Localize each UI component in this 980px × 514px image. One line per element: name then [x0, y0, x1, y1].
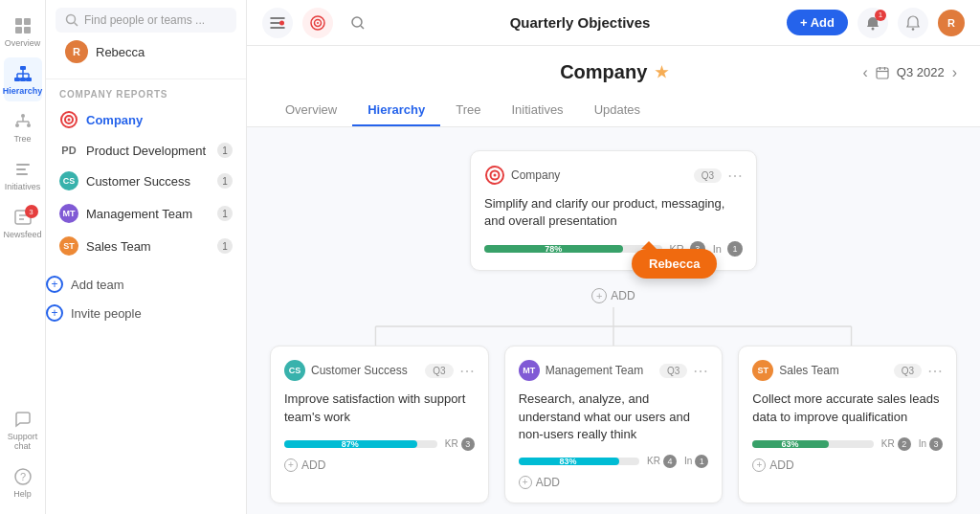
top-card-header: Company Q3 ⋯: [484, 165, 743, 186]
bell-icon-btn[interactable]: [898, 8, 928, 38]
product-badge: 1: [217, 143, 233, 158]
topbar-title: Quarterly Objectives: [385, 14, 775, 31]
svg-rect-7: [26, 78, 32, 81]
cs-more[interactable]: ⋯: [459, 362, 475, 380]
mt-team-icon: MT: [519, 360, 540, 381]
top-card-more[interactable]: ⋯: [727, 167, 743, 185]
rail-label-newsfeed: Newsfeed: [3, 230, 41, 239]
main: Quarterly Objectives + Add 1 R: [247, 0, 980, 514]
management-label: Management Team: [86, 207, 192, 221]
svg-rect-6: [20, 78, 26, 81]
mt-kr-count: 4: [663, 455, 677, 468]
prev-quarter-btn[interactable]: ‹: [862, 64, 867, 81]
svg-point-40: [912, 28, 915, 31]
rail-item-overview[interactable]: Overview: [4, 10, 42, 54]
sales-label: Sales Team: [86, 239, 151, 254]
customer-label: Customer Success: [86, 174, 190, 189]
svg-rect-4: [20, 66, 26, 70]
invite-label: Invite people: [71, 306, 142, 321]
search-icon-btn[interactable]: [343, 8, 373, 38]
topbar-right: + Add 1 R: [787, 8, 965, 38]
svg-rect-2: [15, 27, 22, 34]
st-kr: KR 2: [881, 437, 911, 451]
bottom-cards-row: CS Customer Success Q3 ⋯ Improve satisfa…: [270, 346, 957, 503]
rail-item-help[interactable]: ? Help: [4, 460, 42, 504]
rail-label-initiatives: Initiatives: [5, 182, 41, 191]
search-icon: [65, 13, 78, 27]
connector-svg: [270, 307, 957, 346]
st-card-team: ST Sales Team: [752, 360, 838, 381]
rail-bottom: Support chat ? Help: [4, 403, 42, 504]
cs-add-link[interactable]: + ADD: [284, 458, 475, 472]
user-avatar: R: [65, 40, 88, 63]
tabs: Overview Hierarchy Tree Initiatives Upda…: [270, 95, 957, 126]
card-management-team: MT Management Team Q3 ⋯ Research, analyz…: [504, 346, 724, 503]
top-card-quarter: Q3: [694, 168, 722, 183]
st-card-header: ST Sales Team Q3 ⋯: [752, 360, 943, 381]
rebecca-tooltip-container: Rebecca: [632, 249, 717, 279]
rail-item-support[interactable]: Support chat: [4, 403, 42, 457]
sidebar-item-company[interactable]: Company: [46, 103, 246, 136]
cs-add-label: ADD: [301, 458, 325, 472]
svg-line-38: [361, 26, 364, 29]
st-add-icon: +: [752, 458, 766, 472]
mt-progress-label: 83%: [559, 457, 576, 466]
st-team-name: Sales Team: [779, 364, 838, 377]
tab-updates[interactable]: Updates: [579, 95, 656, 126]
next-quarter-btn[interactable]: ›: [952, 64, 957, 81]
search-bar[interactable]: Find people or teams ...: [56, 8, 236, 33]
mt-in-count: 1: [695, 455, 708, 468]
target-icon-btn[interactable]: [302, 8, 333, 38]
st-kr-count: 2: [898, 437, 911, 451]
top-card-in: In 1: [713, 241, 743, 257]
svg-line-29: [75, 23, 78, 27]
top-card-row: Company Q3 ⋯ Simplify and clarify our pr…: [270, 150, 957, 271]
rebecca-tooltip: Rebecca: [632, 249, 717, 279]
mt-add-icon: +: [519, 476, 532, 489]
sidebar-item-sales[interactable]: ST Sales Team 1: [46, 230, 246, 262]
mt-more[interactable]: ⋯: [693, 362, 708, 380]
st-add-link[interactable]: + ADD: [752, 458, 943, 472]
company-target-icon: [59, 110, 78, 129]
add-team-label: Add team: [71, 278, 124, 292]
notification-icon-btn[interactable]: 1: [858, 8, 888, 38]
tab-overview[interactable]: Overview: [270, 95, 352, 126]
rail-item-newsfeed[interactable]: 3 Newsfeed: [4, 201, 42, 245]
product-label: Product Development: [86, 144, 206, 158]
add-team-icon: +: [46, 276, 63, 293]
st-in: In 3: [919, 437, 943, 451]
sidebar-item-customer[interactable]: CS Customer Success 1: [46, 165, 246, 197]
top-add-link[interactable]: + ADD: [591, 288, 635, 303]
cs-progress-row: 87% KR 3: [284, 437, 475, 451]
bell-icon: [905, 15, 921, 31]
svg-rect-3: [24, 27, 31, 34]
topbar: Quarterly Objectives + Add 1 R: [247, 0, 980, 46]
mt-card-header: MT Management Team Q3 ⋯: [519, 360, 709, 381]
star-icon[interactable]: ★: [655, 63, 668, 81]
topbar-icons: [262, 8, 373, 38]
page-title-row: Company ★ ‹ Q3 2022 ›: [270, 61, 957, 83]
rail-item-hierarchy[interactable]: Hierarchy: [4, 57, 42, 101]
user-avatar-topbar[interactable]: R: [938, 10, 965, 36]
invite-people-item[interactable]: + Invite people: [46, 299, 246, 327]
st-more[interactable]: ⋯: [927, 362, 943, 380]
mt-kr: KR 4: [647, 455, 677, 468]
hierarchy-wrapper: Company Q3 ⋯ Simplify and clarify our pr…: [270, 150, 957, 503]
cs-quarter: Q3: [425, 364, 453, 378]
rail-item-tree[interactable]: Tree: [4, 105, 42, 149]
tab-hierarchy[interactable]: Hierarchy: [352, 95, 440, 126]
sidebar-item-management[interactable]: MT Management Team 1: [46, 197, 246, 230]
menu-icon-btn[interactable]: [262, 8, 293, 38]
add-button[interactable]: + Add: [787, 10, 848, 35]
st-team-icon: ST: [752, 360, 773, 381]
rail-item-initiatives[interactable]: Initiatives: [4, 153, 42, 197]
svg-point-14: [15, 123, 19, 127]
tab-initiatives[interactable]: Initiatives: [496, 95, 578, 126]
mt-card-team: MT Management Team: [519, 360, 644, 381]
sidebar-item-product[interactable]: PD Product Development 1: [46, 136, 246, 165]
mt-add-link[interactable]: + ADD: [519, 476, 709, 489]
tab-tree[interactable]: Tree: [440, 95, 496, 126]
card-customer-success: CS Customer Success Q3 ⋯ Improve satisfa…: [270, 346, 489, 503]
topbar-search-icon: [350, 15, 366, 31]
add-team-item[interactable]: + Add team: [46, 270, 246, 299]
